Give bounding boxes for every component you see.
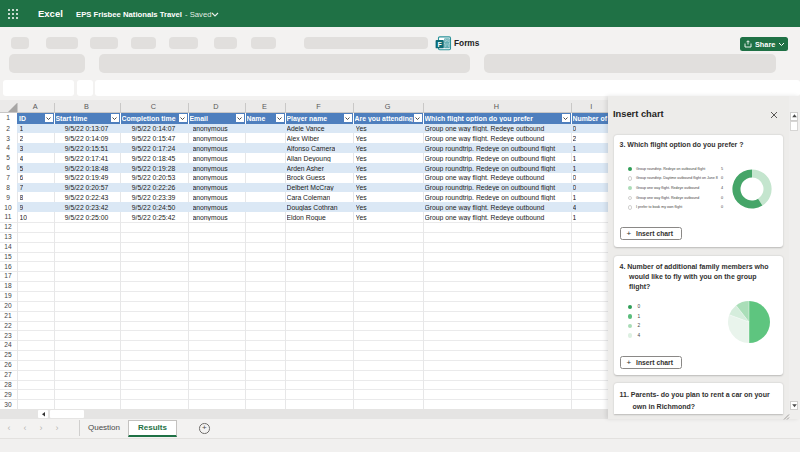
svg-text:F: F — [437, 41, 442, 48]
